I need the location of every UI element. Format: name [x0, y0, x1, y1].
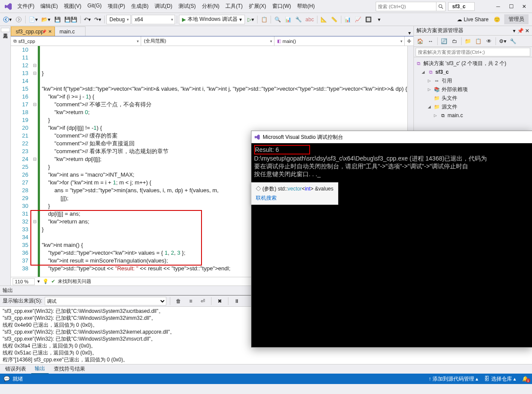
tb-icon-3[interactable]: 📊 [283, 15, 293, 24]
minimize-button[interactable]: ─ [492, 2, 504, 11]
se-home-icon[interactable]: 🏠 [416, 36, 425, 46]
run-debugger-button[interactable]: ▶本地 Windows 调试器 ▾ [179, 15, 245, 24]
platform-dropdown[interactable]: x64 [132, 15, 175, 24]
tb-icon-11[interactable]: ▾ [374, 15, 384, 24]
search-input[interactable] [378, 4, 434, 9]
se-show-all-icon[interactable]: 📁 [463, 36, 473, 46]
se-collapse-icon[interactable]: 🗀 [450, 36, 459, 46]
bulb-icon[interactable]: 💡 [43, 279, 49, 284]
menu-edit[interactable]: 编辑(E) [38, 1, 60, 12]
menu-debug[interactable]: 调试(D) [152, 1, 175, 12]
feedback-button[interactable]: 🙂 [492, 15, 502, 24]
nav-split-icon[interactable]: ✛ [405, 36, 413, 46]
zoom-level[interactable]: 110 % [13, 278, 35, 285]
nav-scope-combo[interactable]: (全局范围) [141, 36, 274, 46]
solution-search-input[interactable] [416, 48, 530, 56]
redo-button[interactable]: ↷▾ [93, 15, 102, 24]
save-all-button[interactable]: 💾💾 [63, 15, 79, 24]
tree-project[interactable]: ◢⧉sf3_c [416, 68, 530, 76]
search-button[interactable] [436, 2, 446, 11]
se-properties-icon[interactable]: 📋 [474, 36, 483, 46]
menu-git[interactable]: Git(G) [85, 1, 104, 12]
nav-project-combo[interactable]: ⧉sf3_cpp [11, 36, 141, 46]
add-to-source-control[interactable]: ↑ 添加到源代码管理 ▴ [429, 375, 479, 383]
nav-back-button[interactable]: ▾ [2, 15, 13, 24]
close-button[interactable]: ✕ [518, 2, 530, 11]
menu-window[interactable]: 窗口(W) [270, 1, 294, 12]
tb-icon-7[interactable]: 📏 [330, 15, 339, 24]
vs-logo-icon [4, 3, 12, 10]
out-clear2-icon[interactable]: ✖ [215, 296, 225, 306]
tab-dropdown-icon[interactable]: ▾ [406, 30, 413, 36]
se-preview-icon[interactable]: 👁 [484, 36, 494, 46]
tooltip-text: (参数) std::vector<int> &values [262, 186, 333, 192]
panel-close-icon[interactable]: ✕ [525, 28, 529, 34]
debug-console-window: Microsoft Visual Studio 调试控制台 Result: 6 … [251, 131, 532, 348]
out-pause-icon[interactable]: ⏸ [232, 296, 241, 306]
live-share-button[interactable]: ☁ Live Share [454, 16, 491, 23]
svg-point-3 [16, 17, 21, 22]
tab-output[interactable]: 输出 [31, 364, 49, 374]
close-icon[interactable]: ✕ [48, 29, 52, 34]
save-button[interactable]: 💾 [53, 15, 62, 24]
no-issues-icon: ✔ [51, 279, 55, 284]
nav-member-combo[interactable]: ◧main() [274, 36, 405, 46]
tb-icon-2[interactable]: 🔍 [273, 15, 282, 24]
menu-project[interactable]: 项目(P) [105, 1, 128, 12]
se-wrench-icon[interactable]: 🔧 [509, 36, 518, 46]
notifications-icon[interactable]: 🔔1 [522, 376, 529, 382]
tree-external[interactable]: ▷📚外部依赖项 [416, 85, 530, 94]
tb-icon-5[interactable]: abc [304, 15, 315, 24]
maximize-button[interactable]: ☐ [505, 2, 517, 11]
project-name: sf3_c [448, 2, 475, 11]
menu-build[interactable]: 生成(B) [129, 1, 151, 12]
pin-icon[interactable]: 📌 [42, 30, 46, 34]
config-dropdown[interactable]: Debug [106, 15, 131, 24]
se-refresh-icon[interactable]: 🔄 [439, 36, 449, 46]
tab-sf3-cpp[interactable]: sf3_cpp.cpp📌✕ [11, 26, 55, 36]
tree-main-c[interactable]: ▷⧉main.c [416, 111, 530, 120]
tree-references[interactable]: ▷▫▫引用 [416, 76, 530, 85]
navigation-bar: ⧉sf3_cpp (全局范围) ◧main() ✛ [11, 36, 413, 46]
new-project-button[interactable]: 📄▾ [27, 15, 39, 24]
solution-tree: ⧉解决方案 'sf3_c' (2 个项目，共 2 个) ◢⧉sf3_c ▷▫▫引… [414, 57, 532, 121]
admin-badge: 管理员 [504, 14, 529, 24]
toolbox-tab[interactable]: 工具箱 [1, 28, 10, 32]
menu-view[interactable]: 视图(V) [61, 1, 84, 12]
output-source-select[interactable]: 调试 [45, 297, 166, 305]
tree-headers[interactable]: 📁头文件 [416, 94, 530, 102]
tb-icon-4[interactable]: 🔧 [294, 15, 303, 24]
open-button[interactable]: 📂▾ [40, 15, 52, 24]
panel-dropdown-icon[interactable]: ▾ [513, 28, 515, 34]
console-output[interactable]: Result: 6 D:\mysetup\gopath\src\dsy\sf3_… [251, 143, 532, 180]
tab-find-symbol[interactable]: 查找符号结果 [50, 364, 89, 374]
search-box[interactable] [376, 2, 436, 11]
menu-test[interactable]: 测试(S) [176, 1, 198, 12]
menu-extensions[interactable]: 扩展(X) [246, 1, 269, 12]
out-wrap-icon[interactable]: ⏎ [198, 296, 208, 306]
panel-pin-icon[interactable]: 📌 [517, 28, 524, 34]
out-clear-icon[interactable]: 🗑 [174, 296, 183, 306]
select-repo[interactable]: 🗄 选择仓库 ▴ [484, 375, 516, 383]
tb-icon-9[interactable]: 📈 [354, 15, 363, 24]
tb-icon-6[interactable]: 📐 [319, 15, 329, 24]
run-no-debug-button[interactable]: ▷▾ [246, 15, 255, 24]
menu-analyze[interactable]: 分析(N) [199, 1, 222, 12]
tree-sources[interactable]: ◢📁源文件 [416, 102, 530, 111]
nav-fwd-button[interactable] [14, 15, 23, 24]
console-titlebar[interactable]: Microsoft Visual Studio 调试控制台 [251, 131, 532, 143]
menu-tools[interactable]: 工具(T) [223, 1, 245, 12]
undo-button[interactable]: ↶▾ [83, 15, 92, 24]
menu-file[interactable]: 文件(F) [15, 1, 37, 12]
menu-help[interactable]: 帮助(H) [294, 1, 317, 12]
tab-main-c[interactable]: main.c [55, 26, 86, 36]
tb-icon-10[interactable]: 🔲 [364, 15, 373, 24]
tb-icon-8[interactable]: 📊 [343, 15, 353, 24]
tb-icon-1[interactable]: 📋 [259, 15, 269, 24]
tree-solution-root[interactable]: ⧉解决方案 'sf3_c' (2 个项目，共 2 个) [416, 59, 530, 68]
se-sync-icon[interactable]: ↔ [426, 36, 436, 46]
se-filter-icon[interactable]: ⚙▾ [498, 36, 508, 46]
tooltip-search-link[interactable]: 联机搜索 [256, 194, 334, 202]
tab-error-list[interactable]: 错误列表 [2, 364, 30, 374]
out-toggle-icon[interactable]: ≡ [186, 296, 195, 306]
